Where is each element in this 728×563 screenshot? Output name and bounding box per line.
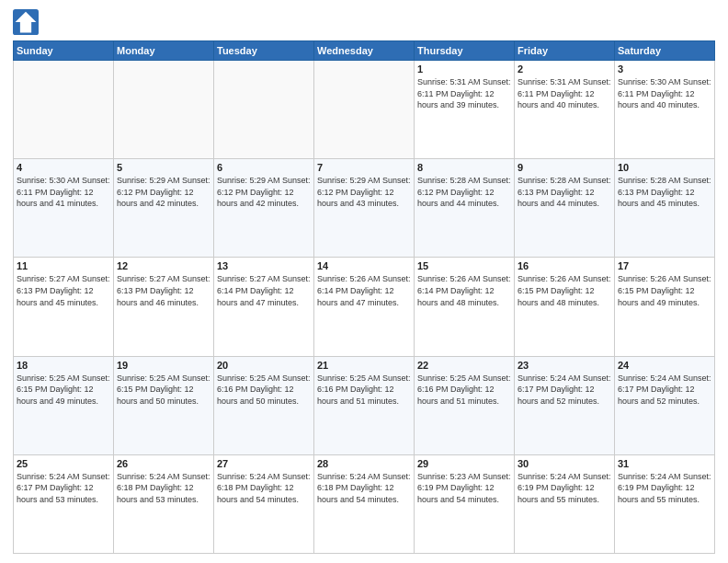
day-number: 1 (417, 63, 511, 75)
weekday-header-wednesday: Wednesday (314, 41, 415, 61)
header (13, 9, 715, 35)
day-number: 20 (217, 360, 311, 371)
calendar-cell: 18Sunrise: 5:25 AM Sunset: 6:15 PM Dayli… (14, 356, 114, 454)
day-info: Sunrise: 5:31 AM Sunset: 6:11 PM Dayligh… (518, 76, 611, 111)
calendar-table: SundayMondayTuesdayWednesdayThursdayFrid… (13, 40, 715, 554)
page: SundayMondayTuesdayWednesdayThursdayFrid… (0, 0, 728, 563)
calendar-week-row: 25Sunrise: 5:24 AM Sunset: 6:17 PM Dayli… (14, 454, 715, 553)
calendar-cell: 6Sunrise: 5:29 AM Sunset: 6:12 PM Daylig… (214, 159, 314, 258)
calendar-cell (114, 61, 214, 159)
day-number: 6 (217, 162, 311, 173)
day-number: 14 (317, 260, 411, 271)
calendar-cell: 2Sunrise: 5:31 AM Sunset: 6:11 PM Daylig… (515, 61, 615, 159)
day-info: Sunrise: 5:25 AM Sunset: 6:16 PM Dayligh… (317, 373, 411, 408)
calendar-week-row: 4Sunrise: 5:30 AM Sunset: 6:11 PM Daylig… (14, 159, 715, 258)
day-info: Sunrise: 5:24 AM Sunset: 6:17 PM Dayligh… (518, 373, 611, 408)
day-info: Sunrise: 5:24 AM Sunset: 6:19 PM Dayligh… (618, 471, 711, 506)
weekday-header-sunday: Sunday (14, 41, 114, 61)
calendar-header-row: SundayMondayTuesdayWednesdayThursdayFrid… (14, 41, 715, 61)
calendar-cell: 28Sunrise: 5:24 AM Sunset: 6:18 PM Dayli… (314, 454, 415, 553)
calendar-cell: 26Sunrise: 5:24 AM Sunset: 6:18 PM Dayli… (114, 454, 214, 553)
day-number: 4 (17, 162, 110, 173)
calendar-cell: 24Sunrise: 5:24 AM Sunset: 6:17 PM Dayli… (615, 356, 715, 454)
day-number: 10 (618, 162, 711, 173)
day-number: 2 (518, 63, 611, 75)
day-info: Sunrise: 5:29 AM Sunset: 6:12 PM Dayligh… (217, 175, 311, 210)
weekday-header-thursday: Thursday (415, 41, 515, 61)
day-number: 25 (17, 458, 110, 469)
calendar-cell: 5Sunrise: 5:29 AM Sunset: 6:12 PM Daylig… (114, 159, 214, 258)
day-number: 8 (417, 162, 511, 173)
calendar-cell: 12Sunrise: 5:27 AM Sunset: 6:13 PM Dayli… (114, 258, 214, 356)
logo (13, 9, 42, 35)
day-info: Sunrise: 5:24 AM Sunset: 6:18 PM Dayligh… (217, 471, 311, 506)
day-info: Sunrise: 5:25 AM Sunset: 6:16 PM Dayligh… (217, 373, 311, 408)
day-number: 12 (117, 260, 210, 271)
day-number: 23 (518, 360, 611, 371)
logo-icon (13, 9, 39, 35)
day-number: 7 (317, 162, 411, 173)
day-number: 24 (618, 360, 711, 371)
day-info: Sunrise: 5:24 AM Sunset: 6:18 PM Dayligh… (317, 471, 411, 506)
day-number: 28 (317, 458, 411, 469)
weekday-header-saturday: Saturday (615, 41, 715, 61)
calendar-cell: 30Sunrise: 5:24 AM Sunset: 6:19 PM Dayli… (515, 454, 615, 553)
day-info: Sunrise: 5:25 AM Sunset: 6:16 PM Dayligh… (417, 373, 511, 408)
calendar-cell: 29Sunrise: 5:23 AM Sunset: 6:19 PM Dayli… (415, 454, 515, 553)
day-info: Sunrise: 5:26 AM Sunset: 6:14 PM Dayligh… (317, 273, 411, 308)
day-info: Sunrise: 5:27 AM Sunset: 6:13 PM Dayligh… (17, 273, 110, 308)
calendar-cell: 15Sunrise: 5:26 AM Sunset: 6:14 PM Dayli… (415, 258, 515, 356)
day-number: 18 (17, 360, 110, 371)
day-number: 31 (618, 458, 711, 469)
day-info: Sunrise: 5:26 AM Sunset: 6:14 PM Dayligh… (417, 273, 511, 308)
day-number: 13 (217, 260, 311, 271)
day-info: Sunrise: 5:25 AM Sunset: 6:15 PM Dayligh… (17, 373, 110, 408)
day-number: 9 (518, 162, 611, 173)
day-info: Sunrise: 5:27 AM Sunset: 6:14 PM Dayligh… (217, 273, 311, 308)
day-info: Sunrise: 5:30 AM Sunset: 6:11 PM Dayligh… (17, 175, 110, 210)
calendar-cell: 23Sunrise: 5:24 AM Sunset: 6:17 PM Dayli… (515, 356, 615, 454)
day-info: Sunrise: 5:24 AM Sunset: 6:17 PM Dayligh… (17, 471, 110, 506)
day-number: 16 (518, 260, 611, 271)
calendar-cell: 11Sunrise: 5:27 AM Sunset: 6:13 PM Dayli… (14, 258, 114, 356)
weekday-header-friday: Friday (515, 41, 615, 61)
day-info: Sunrise: 5:25 AM Sunset: 6:15 PM Dayligh… (117, 373, 210, 408)
calendar-cell (314, 61, 415, 159)
weekday-header-monday: Monday (114, 41, 214, 61)
day-number: 15 (417, 260, 511, 271)
calendar-cell: 4Sunrise: 5:30 AM Sunset: 6:11 PM Daylig… (14, 159, 114, 258)
day-number: 11 (17, 260, 110, 271)
day-info: Sunrise: 5:30 AM Sunset: 6:11 PM Dayligh… (618, 76, 711, 111)
day-info: Sunrise: 5:28 AM Sunset: 6:12 PM Dayligh… (417, 175, 511, 210)
calendar-cell: 21Sunrise: 5:25 AM Sunset: 6:16 PM Dayli… (314, 356, 415, 454)
calendar-cell: 13Sunrise: 5:27 AM Sunset: 6:14 PM Dayli… (214, 258, 314, 356)
day-info: Sunrise: 5:28 AM Sunset: 6:13 PM Dayligh… (518, 175, 611, 210)
day-number: 26 (117, 458, 210, 469)
calendar-cell: 27Sunrise: 5:24 AM Sunset: 6:18 PM Dayli… (214, 454, 314, 553)
calendar-cell: 9Sunrise: 5:28 AM Sunset: 6:13 PM Daylig… (515, 159, 615, 258)
day-info: Sunrise: 5:23 AM Sunset: 6:19 PM Dayligh… (417, 471, 511, 506)
day-info: Sunrise: 5:27 AM Sunset: 6:13 PM Dayligh… (117, 273, 210, 308)
day-number: 19 (117, 360, 210, 371)
weekday-header-tuesday: Tuesday (214, 41, 314, 61)
day-number: 27 (217, 458, 311, 469)
calendar-cell: 20Sunrise: 5:25 AM Sunset: 6:16 PM Dayli… (214, 356, 314, 454)
calendar-cell (14, 61, 114, 159)
calendar-cell: 31Sunrise: 5:24 AM Sunset: 6:19 PM Dayli… (615, 454, 715, 553)
day-info: Sunrise: 5:29 AM Sunset: 6:12 PM Dayligh… (117, 175, 210, 210)
day-info: Sunrise: 5:24 AM Sunset: 6:18 PM Dayligh… (117, 471, 210, 506)
day-number: 5 (117, 162, 210, 173)
calendar-cell: 8Sunrise: 5:28 AM Sunset: 6:12 PM Daylig… (415, 159, 515, 258)
day-info: Sunrise: 5:24 AM Sunset: 6:17 PM Dayligh… (618, 373, 711, 408)
calendar-week-row: 18Sunrise: 5:25 AM Sunset: 6:15 PM Dayli… (14, 356, 715, 454)
calendar-cell: 17Sunrise: 5:26 AM Sunset: 6:15 PM Dayli… (615, 258, 715, 356)
day-number: 29 (417, 458, 511, 469)
calendar-cell (214, 61, 314, 159)
day-number: 17 (618, 260, 711, 271)
day-info: Sunrise: 5:28 AM Sunset: 6:13 PM Dayligh… (618, 175, 711, 210)
day-number: 30 (518, 458, 611, 469)
calendar-week-row: 11Sunrise: 5:27 AM Sunset: 6:13 PM Dayli… (14, 258, 715, 356)
calendar-cell: 22Sunrise: 5:25 AM Sunset: 6:16 PM Dayli… (415, 356, 515, 454)
day-info: Sunrise: 5:29 AM Sunset: 6:12 PM Dayligh… (317, 175, 411, 210)
day-info: Sunrise: 5:26 AM Sunset: 6:15 PM Dayligh… (518, 273, 611, 308)
